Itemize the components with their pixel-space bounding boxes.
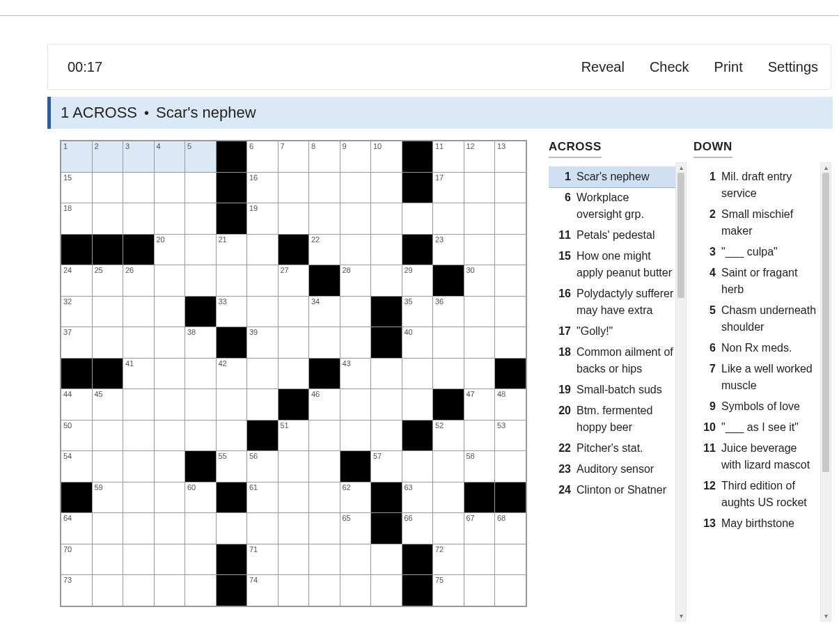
grid-cell[interactable]: 32 — [61, 296, 92, 327]
grid-cell[interactable] — [278, 451, 309, 482]
grid-cell[interactable]: 22 — [309, 234, 340, 265]
grid-cell[interactable] — [123, 389, 155, 421]
grid-cell[interactable] — [309, 451, 340, 482]
grid-cell[interactable] — [278, 513, 309, 544]
settings-button[interactable]: Settings — [755, 59, 831, 75]
check-button[interactable]: Check — [637, 59, 702, 75]
grid-cell[interactable] — [185, 513, 217, 544]
grid-cell[interactable] — [278, 544, 309, 575]
grid-cell[interactable]: 5 — [185, 141, 217, 172]
grid-cell[interactable]: 56 — [247, 451, 279, 482]
clue-item[interactable]: 11Petals' pedestal — [549, 225, 677, 246]
scroll-thumb[interactable] — [677, 173, 684, 298]
grid-cell[interactable] — [123, 451, 155, 482]
grid-cell[interactable] — [433, 327, 464, 359]
grid-cell[interactable]: 65 — [340, 513, 371, 544]
grid-cell[interactable] — [464, 327, 495, 359]
clue-item[interactable]: 22Pitcher's stat. — [549, 438, 677, 459]
grid-cell[interactable] — [402, 451, 433, 482]
grid-cell[interactable]: 57 — [371, 451, 402, 482]
grid-cell[interactable] — [402, 203, 433, 235]
grid-cell[interactable] — [154, 451, 185, 482]
clue-item[interactable]: 16Polydactyly sufferer may have extra — [549, 283, 677, 321]
grid-cell[interactable]: 19 — [247, 203, 279, 235]
grid-cell[interactable]: 16 — [247, 172, 279, 203]
grid-cell[interactable] — [278, 327, 309, 359]
grid-cell[interactable] — [433, 203, 464, 235]
grid-cell[interactable] — [154, 389, 185, 421]
grid-cell[interactable] — [185, 389, 217, 421]
clue-item[interactable]: 23Auditory sensor — [549, 459, 677, 480]
grid-cell[interactable] — [433, 451, 464, 482]
grid-cell[interactable] — [123, 513, 155, 544]
grid-cell[interactable] — [371, 544, 402, 575]
grid-cell[interactable]: 18 — [61, 203, 92, 235]
grid-cell[interactable]: 39 — [247, 327, 279, 359]
grid-cell[interactable] — [371, 234, 402, 265]
grid-cell[interactable] — [154, 296, 185, 327]
clue-item[interactable]: 1Mil. draft entry service — [693, 166, 822, 204]
clue-item[interactable]: 7Like a well worked muscle — [693, 359, 822, 396]
grid-cell[interactable]: 9 — [340, 141, 371, 172]
grid-cell[interactable] — [278, 296, 309, 327]
grid-cell[interactable] — [340, 327, 371, 359]
scroll-thumb[interactable] — [822, 173, 829, 472]
grid-cell[interactable]: 13 — [495, 141, 526, 172]
clue-item[interactable]: 10"___ as I see it" — [693, 417, 822, 438]
grid-cell[interactable]: 44 — [61, 389, 92, 421]
clue-item[interactable]: 4Saint or fragant herb — [693, 262, 822, 300]
grid-cell[interactable]: 36 — [433, 296, 464, 327]
grid-cell[interactable] — [154, 420, 185, 451]
grid-cell[interactable]: 27 — [278, 265, 309, 297]
grid-cell[interactable] — [340, 172, 371, 203]
grid-cell[interactable] — [371, 203, 402, 235]
grid-cell[interactable] — [309, 172, 340, 203]
grid-cell[interactable]: 45 — [92, 389, 123, 421]
grid-cell[interactable] — [185, 234, 217, 265]
grid-cell[interactable] — [154, 327, 185, 359]
grid-cell[interactable] — [464, 203, 495, 235]
grid-cell[interactable] — [154, 172, 185, 203]
grid-cell[interactable] — [154, 203, 185, 235]
grid-cell[interactable] — [278, 482, 309, 513]
grid-cell[interactable]: 8 — [309, 141, 340, 172]
grid-cell[interactable] — [247, 358, 279, 389]
grid-cell[interactable]: 11 — [433, 141, 464, 172]
grid-cell[interactable] — [154, 544, 185, 575]
grid-cell[interactable]: 70 — [61, 544, 92, 575]
grid-cell[interactable]: 55 — [216, 451, 247, 482]
grid-cell[interactable] — [154, 482, 185, 513]
grid-cell[interactable] — [92, 327, 123, 359]
grid-cell[interactable]: 75 — [433, 575, 464, 606]
grid-cell[interactable]: 52 — [433, 420, 464, 451]
grid-cell[interactable] — [92, 513, 123, 544]
grid-cell[interactable] — [309, 575, 340, 606]
grid-cell[interactable] — [495, 575, 526, 606]
grid-cell[interactable] — [278, 203, 309, 235]
grid-cell[interactable] — [247, 513, 279, 544]
grid-cell[interactable] — [464, 544, 495, 575]
grid-cell[interactable] — [464, 575, 495, 606]
clue-item[interactable]: 18Common ailment of backs or hips — [549, 342, 677, 379]
clue-item[interactable]: 5Chasm underneath shoulder — [693, 300, 822, 338]
grid-cell[interactable]: 68 — [495, 513, 526, 544]
grid-cell[interactable]: 62 — [340, 482, 371, 513]
grid-cell[interactable] — [433, 482, 464, 513]
grid-cell[interactable]: 38 — [185, 327, 217, 359]
grid-cell[interactable] — [216, 513, 247, 544]
grid-cell[interactable] — [92, 575, 123, 606]
grid-cell[interactable]: 73 — [61, 575, 92, 606]
grid-cell[interactable] — [123, 327, 155, 359]
grid-cell[interactable] — [123, 482, 155, 513]
grid-cell[interactable]: 61 — [247, 482, 279, 513]
clue-item[interactable]: 15How one might apply peanut butter — [549, 246, 677, 283]
print-button[interactable]: Print — [702, 59, 755, 75]
grid-cell[interactable] — [464, 358, 495, 389]
grid-cell[interactable] — [92, 296, 123, 327]
grid-cell[interactable] — [340, 420, 371, 451]
grid-cell[interactable] — [309, 513, 340, 544]
grid-cell[interactable] — [495, 203, 526, 235]
grid-cell[interactable]: 2 — [92, 141, 123, 172]
grid-cell[interactable] — [123, 420, 155, 451]
grid-cell[interactable] — [185, 575, 217, 606]
